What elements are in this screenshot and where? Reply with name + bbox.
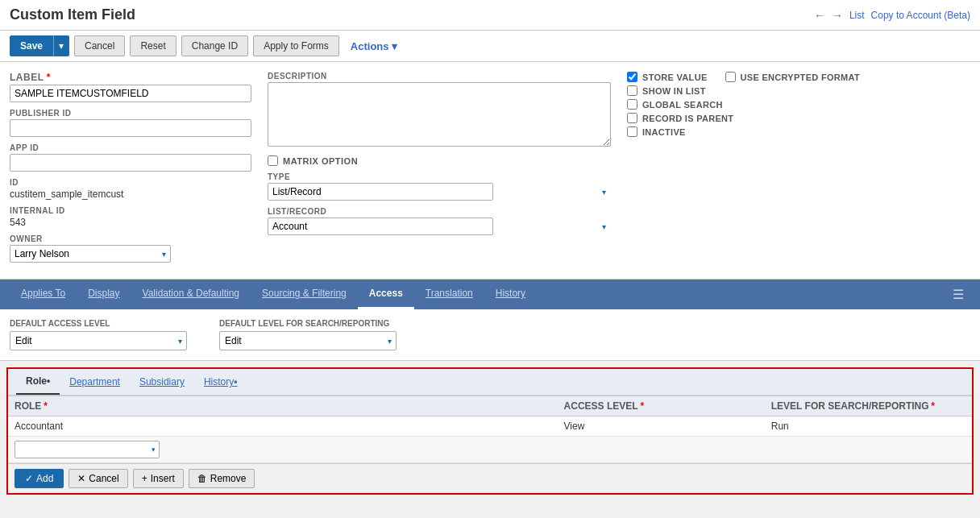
description-textarea[interactable] [268,82,611,147]
role-select[interactable]: Accountant Administrator [15,441,160,458]
tab-history[interactable]: History [484,280,537,309]
type-label: TYPE [268,172,611,181]
col-header-role: ROLE * [8,396,558,416]
inactive-checkbox[interactable] [627,126,637,137]
tab-validation-defaulting[interactable]: Validation & Defaulting [131,280,251,309]
type-select-arrow: ▾ [602,188,606,197]
matrix-option-checkbox[interactable] [268,155,278,166]
show-in-list-checkbox[interactable] [627,85,637,96]
record-is-parent-checkbox[interactable] [627,113,637,123]
inactive-label: INACTIVE [642,127,686,137]
id-value: custitem_sample_itemcust [10,189,251,200]
owner-label: OWNER [10,234,251,243]
inactive-row: INACTIVE [627,126,970,137]
type-select-wrapper: List/Record ▾ [268,183,611,201]
subtab-role[interactable]: Role• [16,369,60,395]
use-encrypted-checkbox[interactable] [725,72,736,82]
internal-id-value: 543 [10,217,251,228]
remove-button[interactable]: 🗑 Remove [189,469,255,488]
tabs-list: Applies To Display Validation & Defaulti… [10,280,537,309]
form-area: LABEL * PUBLISHER ID APP ID ID custitem_… [0,62,980,280]
cancel-button[interactable]: Cancel [74,35,125,56]
apply-to-forms-button[interactable]: Apply to Forms [253,35,339,56]
nav-copy[interactable]: Copy to Account (Beta) [871,10,970,21]
default-search-field: DEFAULT LEVEL FOR SEARCH/REPORTING Edit … [219,319,397,350]
header-nav: ← → List Copy to Account (Beta) [814,9,970,22]
record-is-parent-row: RECORD IS PARENT [627,113,970,123]
nav-forward[interactable]: → [832,9,843,22]
owner-select[interactable]: Larry Nelson [10,245,171,263]
list-record-field: LIST/RECORD Account ▾ [268,207,611,235]
id-label: ID [10,178,251,187]
show-in-list-label: SHOW IN LIST [642,86,706,96]
store-value-label: STORE VALUE [642,73,708,82]
cancel-row-button[interactable]: ✕ Cancel [69,469,127,488]
matrix-row: MATRIX OPTION [268,155,611,166]
tab-sourcing-filtering[interactable]: Sourcing & Filtering [251,280,358,309]
type-field: TYPE List/Record ▾ [268,172,611,201]
global-search-row: GLOBAL SEARCH [627,99,970,110]
change-id-button[interactable]: Change ID [181,35,248,56]
publisher-id-input[interactable] [10,119,251,137]
nav-back[interactable]: ← [814,9,825,22]
access-form: DEFAULT ACCESS LEVEL Edit View None ▾ DE… [0,309,980,361]
tabs-bar: Applies To Display Validation & Defaulti… [0,280,980,309]
tab-access[interactable]: Access [358,280,414,309]
app-id-label: APP ID [10,143,251,152]
edit-row: Accountant Administrator ▾ [8,437,972,463]
list-record-select[interactable]: Account [268,218,493,235]
app-id-input[interactable] [10,154,251,172]
subtab-subsidiary[interactable]: Subsidiary [130,370,194,394]
role-select-wrapper: Accountant Administrator ▾ [15,441,160,458]
subtab-history[interactable]: History• [194,370,247,394]
trash-icon: 🗑 [197,473,207,484]
show-in-list-row: SHOW IN LIST [627,85,970,96]
tab-applies-to[interactable]: Applies To [10,280,77,309]
plus-icon: + [142,473,147,484]
use-encrypted-label: USE ENCRYPTED FORMAT [741,73,860,82]
subtabs-bar: Role• Department Subsidiary History• [8,369,972,396]
form-left: LABEL * PUBLISHER ID APP ID ID custitem_… [10,72,251,269]
table-row: Accountant View Run [8,416,972,437]
save-button[interactable]: Save [10,35,53,56]
default-access-select[interactable]: Edit View None [10,331,187,350]
insert-button[interactable]: + Insert [133,469,184,488]
form-right: STORE VALUE USE ENCRYPTED FORMAT SHOW IN… [627,72,970,269]
default-access-field: DEFAULT ACCESS LEVEL Edit View None ▾ [10,319,187,350]
matrix-option-label: MATRIX OPTION [283,156,358,166]
page-title: Custom Item Field [10,6,135,23]
global-search-checkbox[interactable] [627,99,637,110]
save-button-group: Save ▾ [10,35,69,56]
internal-id-label: INTERNAL ID [10,206,251,215]
col-header-reporting: LEVEL FOR SEARCH/REPORTING * [765,396,972,416]
nav-list[interactable]: List [849,10,865,21]
page-header: Custom Item Field ← → List Copy to Accou… [0,0,980,31]
publisher-id-field: PUBLISHER ID [10,109,251,137]
table-section: ROLE * ACCESS LEVEL * LEVEL FOR SEARCH/R… [8,396,972,463]
default-search-select[interactable]: Edit View None [219,331,397,350]
toolbar: Save ▾ Cancel Reset Change ID Apply to F… [0,31,980,62]
subtabs-section: Role• Department Subsidiary History• ROL… [6,367,974,495]
owner-select-wrapper: Larry Nelson ▾ [10,245,171,263]
row-access-level: View [558,416,765,437]
store-value-row: STORE VALUE USE ENCRYPTED FORMAT [627,72,970,82]
actions-button[interactable]: Actions ▾ [344,36,404,56]
default-search-select-wrapper: Edit View None ▾ [219,331,397,350]
add-button[interactable]: ✓ Add [15,469,64,488]
tab-icon[interactable]: ☰ [946,280,970,309]
role-table: ROLE * ACCESS LEVEL * LEVEL FOR SEARCH/R… [8,396,972,463]
reset-button[interactable]: Reset [130,35,176,56]
subtab-department[interactable]: Department [60,370,130,394]
label-field: LABEL * [10,72,251,102]
app-id-field: APP ID [10,143,251,172]
label-input[interactable] [10,85,251,102]
save-dropdown-button[interactable]: ▾ [53,35,69,56]
tab-translation[interactable]: Translation [414,280,484,309]
edit-access-cell [558,437,765,463]
list-record-select-wrapper: Account ▾ [268,218,611,235]
publisher-id-label: PUBLISHER ID [10,109,251,118]
tab-display[interactable]: Display [77,280,131,309]
type-select[interactable]: List/Record [268,183,493,201]
store-value-checkbox[interactable] [627,72,637,82]
edit-reporting-cell [765,437,972,463]
